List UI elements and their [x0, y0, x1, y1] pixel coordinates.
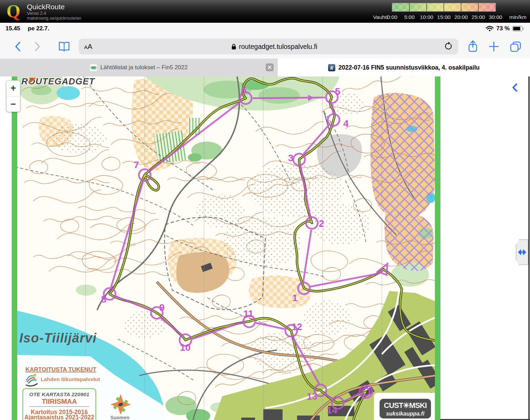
credits-supported-by: KARTOITUSTA TUKENUT	[26, 366, 96, 373]
pace-label: Vauhti	[373, 14, 388, 20]
collapse-panel-button[interactable]	[511, 83, 519, 94]
bookmarks-button[interactable]	[54, 39, 74, 54]
routegadget-favicon: R	[328, 64, 335, 71]
pace-units: min/km	[509, 14, 527, 20]
status-bar: 15.45 pe 22.7. 73 %	[0, 23, 530, 34]
map-border-left	[12, 76, 17, 420]
app-version: Versio 2.4	[27, 11, 81, 16]
chevron-left-icon	[16, 42, 20, 51]
control-number: 6	[241, 84, 247, 95]
control-number: 11	[243, 308, 254, 319]
app-url: matstroeng.se/quickroute/en	[27, 16, 81, 21]
battery-icon	[512, 25, 524, 32]
tab-title: 2022-07-16 FIN5 suunnistusviikkoa, 4. os…	[338, 64, 479, 71]
sponsor-panel: CUST✳MSKI suksikauppa.fi	[374, 393, 435, 420]
control-number: 13	[307, 391, 317, 402]
zoom-out-button[interactable]: −	[7, 96, 20, 112]
panel-resize-handle[interactable]	[516, 239, 528, 265]
pace-legend: Vauhti 0:00 5:00 10:00 15:00 20:00 25:00…	[372, 1, 527, 22]
pace-tick-label: 10:00	[420, 14, 434, 20]
pace-tick-label: 15:00	[437, 14, 451, 20]
quickroute-header: Q QuickRoute Versio 2.4 matstroeng.se/qu…	[0, 0, 530, 23]
share-button[interactable]	[467, 40, 478, 53]
tab-routegadget[interactable]: R 2022-07-16 FIN5 suunnistusviikkoa, 4. …	[278, 59, 530, 76]
tab-close-button[interactable]	[266, 63, 274, 71]
quickroute-logo-icon: Q	[4, 2, 23, 21]
forward-button[interactable]	[28, 39, 47, 54]
app-title: QuickRoute	[27, 3, 81, 11]
control-number: 7	[134, 160, 139, 170]
battery-percent: 73 %	[496, 25, 510, 32]
side-panel	[440, 76, 530, 419]
svg-text:Q: Q	[7, 2, 20, 21]
credits-federation: Suomen	[110, 415, 129, 420]
sponsor-brand: CUST✳MSKI	[384, 401, 427, 410]
tab-bar: Lähtölistat ja tulokset – Fin5 2022 R 20…	[0, 59, 530, 76]
panel-border	[528, 76, 530, 419]
terrain-layer: 1 2 3 4 5 6 7 8 9 10 11 12 13 14 Iso-Tii…	[15, 76, 440, 420]
control-number: 4	[343, 118, 349, 129]
credits-map-name: TIIRISMAA	[42, 398, 77, 405]
credits-update: Ajantasaistus 2021-2022	[24, 414, 94, 420]
pace-tick-label: 30:00	[489, 14, 502, 20]
routegadget-logo: ROUTEGADGET	[21, 76, 95, 86]
control-number: 1	[292, 293, 298, 303]
horizontal-arrows-icon	[518, 248, 527, 257]
control-number: 12	[292, 321, 302, 332]
zoom-control: + −	[6, 80, 20, 112]
lake-label: Iso-Tiilijärvi	[19, 331, 97, 345]
credits-extract: OTE KARTASTA 220901	[29, 391, 89, 397]
chevron-right-icon	[35, 42, 39, 51]
lock-icon	[231, 43, 236, 50]
new-tab-button[interactable]	[488, 41, 500, 52]
back-button[interactable]	[8, 39, 28, 54]
sponsor-site: suksikauppa.fi	[386, 411, 425, 417]
map-border-right	[435, 76, 440, 420]
pace-tick-label: 25:00	[472, 14, 485, 20]
tabs-overview-button[interactable]	[509, 41, 522, 52]
reader-text-size-button[interactable]: AA	[84, 42, 105, 51]
tab-results-list[interactable]: Lähtölistat ja tulokset – Fin5 2022	[0, 59, 278, 76]
credits-supporter: Lahden liikuntapalvelut	[41, 376, 100, 382]
map-area: 1 2 3 4 5 6 7 8 9 10 11 12 13 14 Iso-Tii…	[0, 76, 530, 420]
book-icon	[58, 41, 70, 52]
reload-button[interactable]	[444, 42, 453, 51]
clock: 15.45	[6, 25, 20, 32]
control-number: 8	[101, 294, 106, 305]
browser-toolbar: AA routegadget.tulospalvelu.fi	[0, 34, 530, 59]
control-number: 9	[159, 302, 165, 313]
map-canvas[interactable]: 1 2 3 4 5 6 7 8 9 10 11 12 13 14 Iso-Tii…	[0, 76, 440, 420]
fin5-favicon	[90, 64, 97, 71]
date: pe 22.7.	[28, 25, 49, 32]
control-number: 5	[335, 86, 340, 97]
pace-tick-label: 5:00	[404, 14, 415, 20]
address-bar[interactable]: AA routegadget.tulospalvelu.fi	[79, 39, 458, 54]
chevron-left-icon	[513, 84, 517, 91]
control-number: 3	[288, 153, 294, 163]
pace-tick-label: 20:00	[455, 14, 468, 20]
control-number: 14	[327, 405, 338, 416]
quickroute-window: Q QuickRoute Versio 2.4 matstroeng.se/qu…	[0, 0, 530, 420]
control-number: 2	[319, 218, 324, 229]
svg-text:R: R	[330, 65, 334, 71]
wifi-icon	[486, 25, 494, 32]
url-text: routegadget.tulospalvelu.fi	[239, 43, 317, 51]
close-icon	[268, 65, 272, 69]
zoom-in-button[interactable]: +	[7, 81, 20, 96]
tab-title: Lähtölistat ja tulokset – Fin5 2022	[100, 64, 187, 71]
pace-tick-label: 0:00	[387, 14, 398, 20]
control-number: 10	[180, 342, 191, 353]
